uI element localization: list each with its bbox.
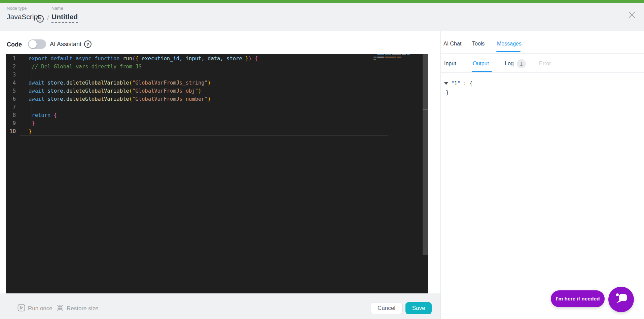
chat-assistant-pill[interactable]: I'm here if needed [551,290,605,307]
node-type-help-icon[interactable]: ? [36,15,44,23]
log-count-badge: 1 [517,59,526,68]
code-line-7[interactable]: 7 [6,103,428,111]
ai-assistant-label: AI Assistant [50,41,81,48]
line-number: 1 [6,55,16,63]
svg-text:?: ? [39,17,41,22]
line-number: 4 [6,79,16,87]
line-number: 3 [6,71,16,79]
chat-bubble-button[interactable] [608,287,634,312]
tab-messages[interactable]: Messages [497,41,522,47]
line-number: 10 [6,127,16,135]
subtabs-divider [441,72,644,73]
code-label: Code [7,41,22,48]
tab-ai-chat[interactable]: AI Chat [443,41,461,47]
editor-scrollbar[interactable] [423,54,428,255]
breadcrumb-separator: / [47,14,49,22]
node-type-value: JavaScript [7,13,40,21]
line-content: await store.deleteGlobalVariable("Global… [29,79,211,87]
top-accent-bar [0,0,644,3]
code-line-1[interactable]: 1export default async function run({ exe… [6,55,428,63]
line-content: return { [29,111,57,119]
subtab-input[interactable]: Input [444,61,456,67]
code-line-4[interactable]: 4await store.deleteGlobalVariable("Globa… [6,79,428,87]
restore-size-label: Restore size [67,305,98,312]
ai-assistant-toggle[interactable] [28,39,46,49]
line-number: 2 [6,63,16,71]
cancel-button[interactable]: Cancel [370,302,403,314]
subtab-output[interactable]: Output [473,61,489,67]
current-line-border-bottom [20,135,388,136]
code-line-10[interactable]: 10} [6,127,428,135]
line-number: 5 [6,87,16,95]
subtab-output-underline [472,71,492,72]
line-number: 7 [6,103,16,111]
output-row-1: "1" : { [444,79,472,88]
code-line-9[interactable]: 9 } [6,119,428,127]
tab-tools[interactable]: Tools [472,41,485,47]
chat-bubble-icon [614,292,628,307]
line-content: } [29,119,35,127]
subtab-log[interactable]: Log [505,61,514,67]
line-content: await store.deleteGlobalVariable("Global… [29,87,201,95]
close-icon[interactable] [627,10,637,21]
save-button[interactable]: Save [405,302,432,314]
code-line-3[interactable]: 3 [6,71,428,79]
dialog-header: Node type JavaScript ? / Name Untitled [0,3,644,31]
code-line-8[interactable]: 8 return { [6,111,428,119]
restore-size-icon [56,304,64,313]
tabs-divider [441,53,644,54]
line-number: 8 [6,111,16,119]
output-json-line2: } [446,88,472,97]
line-number: 6 [6,95,16,103]
svg-text:?: ? [86,42,89,47]
run-once-icon [17,304,25,313]
minimap[interactable] [373,54,417,63]
collapse-triangle-icon[interactable] [444,82,448,85]
code-line-6[interactable]: 6await store.deleteGlobalVariable("Globa… [6,95,428,103]
run-once-button[interactable]: Run once [17,304,52,313]
line-content: // Del Global vars directly from JS [29,63,142,71]
ai-assistant-help-icon[interactable]: ? [84,40,92,48]
output-viewer: "1" : { } [444,79,472,97]
restore-size-button[interactable]: Restore size [56,304,98,313]
line-content: } [29,127,32,135]
subtab-error[interactable]: Error [539,61,551,67]
line-content: await store.deleteGlobalVariable("Global… [29,95,211,103]
node-editor-dialog: Node type JavaScript ? / Name Untitled C… [0,0,644,319]
node-name-field[interactable]: Untitled [51,13,78,23]
name-label: Name [51,6,63,11]
code-editor[interactable]: 1export default async function run({ exe… [6,54,428,293]
code-line-5[interactable]: 5await store.deleteGlobalVariable("Globa… [6,87,428,95]
code-lines: 1export default async function run({ exe… [6,55,428,135]
run-once-label: Run once [28,305,52,312]
output-json-line1: "1" : { [451,81,472,87]
tab-messages-underline [496,51,521,52]
line-content: export default async function run({ exec… [29,55,258,63]
scrollbar-cursor-mark [423,109,428,109]
panel-divider [440,31,441,319]
node-type-label: Node type [7,6,27,11]
toggle-knob [29,40,37,48]
code-line-2[interactable]: 2 // Del Global vars directly from JS [6,63,428,71]
line-number: 9 [6,119,16,127]
